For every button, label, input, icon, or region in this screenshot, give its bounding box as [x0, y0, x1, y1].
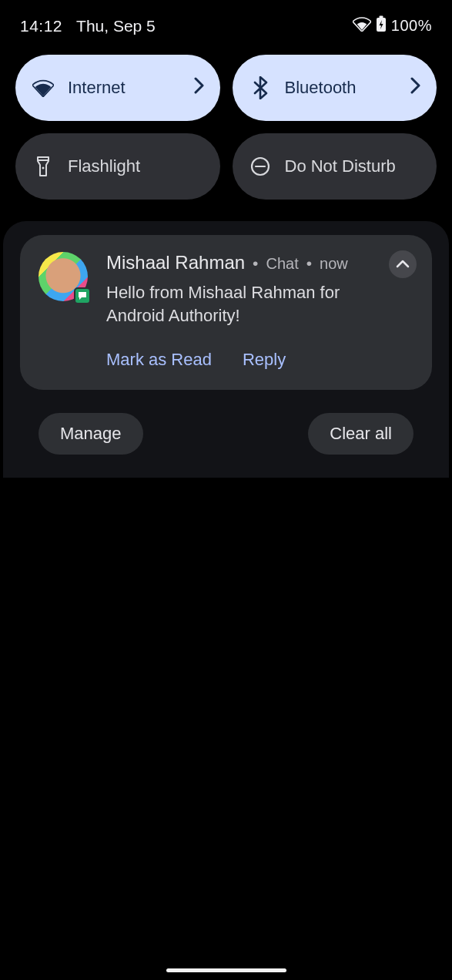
qs-label: Flashlight: [68, 156, 203, 176]
status-time: 14:12: [20, 17, 62, 35]
quick-settings: Internet Bluetooth Flashlight: [0, 49, 452, 221]
chat-badge-icon: [74, 287, 91, 304]
status-date: Thu, Sep 5: [76, 17, 156, 35]
qs-label: Do Not Disturb: [285, 156, 420, 176]
avatar: [39, 252, 88, 301]
notification-sender: Mishaal Rahman: [106, 252, 245, 274]
battery-percent: 100%: [391, 17, 432, 35]
notification-card[interactable]: Mishaal Rahman • Chat • now Hello from M…: [20, 235, 432, 390]
notification-header: Mishaal Rahman • Chat • now: [106, 252, 390, 274]
chevron-right-icon: [194, 77, 205, 99]
svg-point-3: [42, 167, 45, 169]
qs-tile-dnd[interactable]: Do Not Disturb: [233, 133, 437, 200]
qs-tile-flashlight[interactable]: Flashlight: [15, 133, 220, 200]
status-right: 100%: [353, 15, 432, 36]
notification-time: now: [320, 255, 348, 273]
reply-button[interactable]: Reply: [243, 350, 286, 370]
wifi-icon: [353, 16, 371, 35]
notification-panel: Mishaal Rahman • Chat • now Hello from M…: [3, 221, 449, 478]
manage-button[interactable]: Manage: [39, 413, 143, 455]
notification-actions: Mark as Read Reply: [106, 350, 390, 370]
notification-body: Mishaal Rahman • Chat • now Hello from M…: [106, 252, 413, 370]
notification-message: Hello from Mishaal Rahman for Android Au…: [106, 281, 390, 327]
separator-dot: •: [253, 254, 258, 273]
qs-tile-bluetooth[interactable]: Bluetooth: [233, 55, 437, 121]
battery-charging-icon: [376, 15, 387, 36]
separator-dot: •: [306, 254, 312, 273]
status-left: 14:12 Thu, Sep 5: [20, 17, 156, 35]
flashlight-icon: [32, 156, 54, 177]
dnd-icon: [249, 156, 271, 177]
chevron-up-icon: [396, 257, 410, 271]
svg-rect-1: [379, 16, 383, 18]
status-bar: 14:12 Thu, Sep 5 100%: [0, 0, 452, 49]
chevron-right-icon: [410, 77, 421, 99]
qs-label: Bluetooth: [285, 78, 420, 98]
mark-as-read-button[interactable]: Mark as Read: [106, 350, 212, 370]
notification-footer: Manage Clear all: [20, 390, 432, 478]
notification-app: Chat: [266, 255, 298, 273]
qs-tile-internet[interactable]: Internet: [15, 55, 220, 121]
qs-label: Internet: [68, 78, 203, 98]
wifi-icon: [32, 77, 54, 99]
clear-all-button[interactable]: Clear all: [308, 413, 413, 455]
bluetooth-icon: [249, 77, 271, 99]
home-indicator[interactable]: [166, 968, 286, 972]
collapse-button[interactable]: [389, 250, 417, 278]
